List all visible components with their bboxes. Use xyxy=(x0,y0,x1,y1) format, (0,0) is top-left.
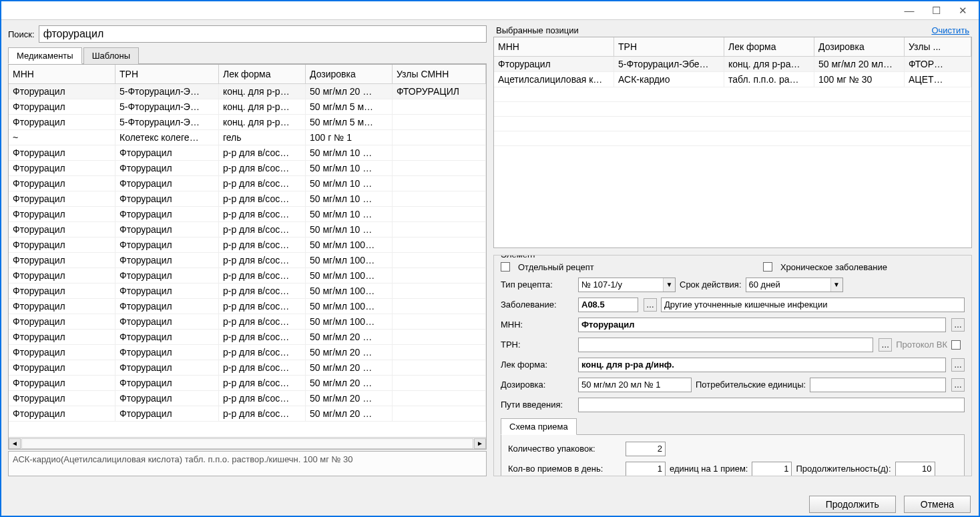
table-row[interactable]: Фторурацил5-Фторурацил-Э…конц. для р-р…5… xyxy=(9,115,486,130)
cancel-button[interactable]: Отмена xyxy=(904,496,971,513)
clear-link[interactable]: Очистить xyxy=(931,25,969,35)
sel-col-trn[interactable]: ТРН xyxy=(614,37,724,56)
table-row[interactable]: Фторурацил5-Фторурацил-Э…конц. для р-р…5… xyxy=(9,84,486,99)
cell-dose: 50 мг/мл 20 … xyxy=(306,376,393,390)
cell-nodes xyxy=(393,191,486,206)
table-row[interactable]: Фторурацил5-Фторурацил-Э…конц. для р-р…5… xyxy=(9,99,486,115)
table-row[interactable]: ФторурацилФторурацилр-р для в/сос…50 мг/… xyxy=(9,314,486,330)
table-row[interactable]: ФторурацилФторурацилр-р для в/сос…50 мг/… xyxy=(9,284,486,299)
chronic-label: Хроническое заболевание xyxy=(780,262,887,272)
cell-dose: 50 мг/мл 20 мл… xyxy=(814,57,905,71)
col-trn[interactable]: ТРН xyxy=(115,65,219,83)
cell-form: р-р для в/сос… xyxy=(219,360,306,375)
disease-code-input[interactable] xyxy=(578,298,638,312)
sel-col-nodes[interactable]: Узлы ... xyxy=(905,37,971,56)
table-row[interactable]: Фторурацил5-Фторурацил-Эбе…конц. для р-р… xyxy=(494,57,971,72)
disease-desc-input[interactable] xyxy=(661,298,965,312)
per-day-input[interactable] xyxy=(626,462,666,476)
cell-nodes xyxy=(393,330,486,344)
cell-mnn: ~ xyxy=(9,130,115,145)
trn-picker-button[interactable]: … xyxy=(879,338,892,352)
table-row[interactable]: ФторурацилФторурацилр-р для в/сос…50 мг/… xyxy=(9,207,486,222)
chronic-checkbox[interactable] xyxy=(763,262,772,272)
table-row[interactable]: ФторурацилФторурацилр-р для в/сос…50 мг/… xyxy=(9,345,486,360)
cell-mnn: Фторурацил xyxy=(9,268,115,283)
consumer-units-input[interactable] xyxy=(810,378,946,392)
table-row[interactable]: ~Колетекс колеге…гель100 г № 1 xyxy=(9,130,486,145)
table-row[interactable]: ФторурацилФторурацилр-р для в/сос…50 мг/… xyxy=(9,299,486,314)
cell-trn: 5-Фторурацил-Э… xyxy=(115,99,219,114)
disease-picker-button[interactable]: … xyxy=(644,298,657,312)
cell-form: р-р для в/сос… xyxy=(219,406,306,421)
table-row[interactable]: ФторурацилФторурацилр-р для в/сос…50 мг/… xyxy=(9,268,486,284)
validity-combo[interactable]: 60 дней ▼ xyxy=(746,278,843,292)
table-row[interactable]: ФторурацилФторурацилр-р для в/сос…50 мг/… xyxy=(9,406,486,422)
table-row[interactable]: Ацетилсалициловая к…АСК-кардиотабл. п.п.… xyxy=(494,72,971,87)
cell-nodes xyxy=(393,268,486,283)
cell-dose: 100 г № 1 xyxy=(306,130,393,145)
table-row[interactable]: ФторурацилФторурацилр-р для в/сос…50 мг/… xyxy=(9,376,486,391)
table-row[interactable]: ФторурацилФторурацилр-р для в/сос…50 мг/… xyxy=(9,145,486,161)
minimize-button[interactable]: — xyxy=(896,3,923,19)
table-row-empty xyxy=(494,131,971,146)
continue-button[interactable]: Продолжить xyxy=(809,496,896,513)
consumer-units-picker-button[interactable]: … xyxy=(951,378,965,392)
table-row[interactable]: ФторурацилФторурацилр-р для в/сос…50 мг/… xyxy=(9,237,486,253)
cell-trn: Фторурацил xyxy=(115,391,219,406)
horizontal-scrollbar[interactable]: ◄ ► xyxy=(9,437,486,449)
table-row[interactable]: ФторурацилФторурацилр-р для в/сос…50 мг/… xyxy=(9,161,486,176)
maximize-button[interactable]: ☐ xyxy=(923,3,949,19)
packs-input[interactable] xyxy=(626,442,666,456)
recipe-type-combo[interactable]: № 107-1/у ▼ xyxy=(578,278,676,292)
tab-scheme[interactable]: Схема приема xyxy=(501,418,577,435)
cell-form: р-р для в/сос… xyxy=(219,207,306,221)
packs-label: Количество упаковок: xyxy=(508,444,622,454)
tab-templates[interactable]: Шаблоны xyxy=(83,47,140,64)
cell-mnn: Фторурацил xyxy=(9,314,115,329)
close-button[interactable]: ✕ xyxy=(949,3,976,19)
table-row[interactable]: ФторурацилФторурацилр-р для в/сос…50 мг/… xyxy=(9,191,486,207)
col-mnn[interactable]: МНН xyxy=(9,65,115,83)
table-row[interactable]: ФторурацилФторурацилр-р для в/сос…50 мг/… xyxy=(9,222,486,237)
sel-col-form[interactable]: Лек форма xyxy=(724,37,814,56)
cell-mnn: Фторурацил xyxy=(9,284,115,298)
cell-trn: Фторурацил xyxy=(115,284,219,298)
protocol-vk-checkbox[interactable] xyxy=(951,340,961,350)
col-form[interactable]: Лек форма xyxy=(219,65,306,83)
form-input[interactable] xyxy=(578,358,946,372)
trn-input[interactable] xyxy=(578,338,873,352)
disease-label: Заболевание: xyxy=(501,300,574,310)
tab-medications[interactable]: Медикаменты xyxy=(8,47,82,64)
cell-mnn: Фторурацил xyxy=(9,161,115,175)
validity-label: Срок действия: xyxy=(680,280,742,290)
search-input[interactable] xyxy=(39,25,487,43)
route-input[interactable] xyxy=(578,398,965,412)
cell-trn: Фторурацил xyxy=(115,268,219,283)
search-results-table: МНН ТРН Лек форма Дозировка Узлы СМНН Фт… xyxy=(8,64,487,450)
table-row[interactable]: ФторурацилФторурацилр-р для в/сос…50 мг/… xyxy=(9,391,486,406)
separate-recipe-checkbox[interactable] xyxy=(501,262,510,272)
cell-mnn: Фторурацил xyxy=(9,360,115,375)
chevron-down-icon: ▼ xyxy=(663,278,675,292)
col-nodes[interactable]: Узлы СМНН xyxy=(393,65,486,83)
table-row[interactable]: ФторурацилФторурацилр-р для в/сос…50 мг/… xyxy=(9,360,486,376)
mnn-picker-button[interactable]: … xyxy=(951,318,965,332)
per-day-label: Кол-во приемов в день: xyxy=(508,464,622,474)
dose-input[interactable] xyxy=(578,378,692,392)
cell-dose: 50 мг/мл 5 м… xyxy=(306,99,393,114)
duration-input[interactable] xyxy=(895,462,935,476)
table-row[interactable]: ФторурацилФторурацилр-р для в/сос…50 мг/… xyxy=(9,176,486,191)
table-row[interactable]: ФторурацилФторурацилр-р для в/сос…50 мг/… xyxy=(9,330,486,345)
bottom-bar: Продолжить Отмена xyxy=(809,496,971,513)
scroll-left-icon[interactable]: ◄ xyxy=(9,438,21,449)
cell-mnn: Фторурацил xyxy=(9,222,115,237)
sel-col-mnn[interactable]: МНН xyxy=(494,37,614,56)
table-row[interactable]: ФторурацилФторурацилр-р для в/сос…50 мг/… xyxy=(9,253,486,268)
mnn-input[interactable] xyxy=(578,318,946,332)
col-dose[interactable]: Дозировка xyxy=(306,65,393,83)
units-per-take-input[interactable] xyxy=(752,462,792,476)
cell-mnn: Фторурацил xyxy=(9,253,115,268)
scroll-right-icon[interactable]: ► xyxy=(474,438,486,449)
sel-col-dose[interactable]: Дозировка xyxy=(814,37,905,56)
form-picker-button[interactable]: … xyxy=(951,358,965,372)
